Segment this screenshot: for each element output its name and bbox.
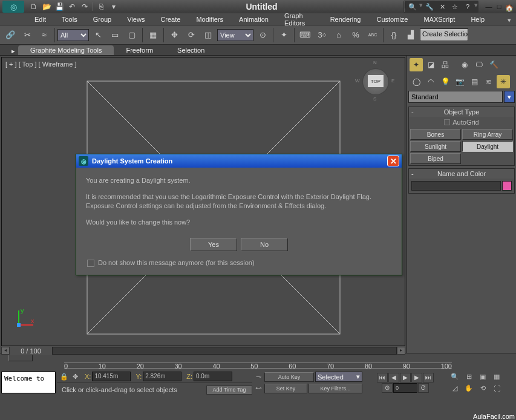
wrench-icon[interactable]: 🔧 — [423, 1, 436, 12]
ribbon-toggle-icon[interactable]: ▸ — [8, 47, 18, 55]
autogrid-checkbox[interactable]: AutoGrid — [409, 117, 514, 128]
vp-config-icon[interactable]: ▾ — [504, 15, 515, 25]
menu-views[interactable]: Views — [126, 15, 146, 24]
ringarray-button[interactable]: Ring Array — [462, 129, 513, 140]
utilities-tab-icon[interactable]: 🔨 — [487, 58, 500, 71]
motion-tab-icon[interactable]: ◉ — [458, 58, 471, 71]
y-field[interactable]: 2.826m — [143, 372, 181, 381]
x-field[interactable]: 10.415m — [92, 372, 131, 381]
move-icon[interactable]: ✥ — [166, 27, 182, 43]
create-tab-icon[interactable]: ✦ — [410, 58, 423, 71]
keyboard-shortcut-icon[interactable]: ⌨ — [297, 27, 313, 43]
zoom-all-icon[interactable]: ⊞ — [462, 372, 475, 382]
dontshow-checkbox[interactable] — [87, 260, 94, 267]
hierarchy-tab-icon[interactable]: 品 — [439, 58, 452, 71]
menu-animation[interactable]: Animation — [238, 15, 270, 24]
qat-drop-icon[interactable]: ▾ — [108, 1, 120, 12]
category-dropdown[interactable]: Standard — [408, 91, 503, 103]
bones-button[interactable]: Bones — [410, 129, 461, 140]
key-mode-icon[interactable]: ⊙ — [382, 383, 393, 393]
prev-frame-icon[interactable]: ◀ — [388, 373, 399, 382]
menu-group[interactable]: Group — [92, 15, 113, 24]
anim-key-icon[interactable]: ⊸ — [253, 372, 263, 382]
scroll-left-icon[interactable]: ◂ — [1, 347, 10, 355]
zoom-ext-icon[interactable]: ▣ — [476, 372, 489, 382]
unlink-icon[interactable]: ✂ — [19, 27, 35, 43]
window-crossing-icon[interactable]: ▦ — [145, 27, 161, 43]
scroll-track[interactable] — [52, 347, 397, 355]
exchange-icon[interactable]: ✕ — [436, 1, 448, 12]
display-tab-icon[interactable]: 🖵 — [472, 58, 486, 71]
keyfilters-button[interactable]: Key Filters... — [309, 384, 362, 393]
no-button[interactable]: No — [241, 238, 288, 251]
menu-maxscript[interactable]: MAXScript — [422, 15, 456, 24]
snap-toggle-icon[interactable]: 3◇ — [314, 27, 330, 43]
autokey-button[interactable]: Auto Key — [264, 372, 314, 382]
daylight-button[interactable]: Daylight — [462, 141, 513, 152]
add-time-tag-button[interactable]: Add Time Tag — [206, 386, 252, 395]
setkey-button[interactable]: Set Key — [264, 384, 307, 393]
undo-icon[interactable]: ↶ — [66, 1, 78, 12]
color-swatch[interactable] — [502, 181, 512, 191]
select-link-icon[interactable]: 🔗 — [2, 27, 18, 43]
named-selection-field[interactable]: Create Selection S — [420, 28, 468, 41]
star-icon[interactable]: ☆ — [449, 1, 461, 12]
menu-customize[interactable]: Customize — [375, 15, 409, 24]
checkbox-icon[interactable] — [444, 119, 450, 125]
viewport-label[interactable]: [ + ] [ Top ] [ Wireframe ] — [5, 61, 76, 68]
rotate-icon[interactable]: ⟳ — [183, 27, 199, 43]
minimize-button[interactable]: — — [485, 3, 493, 11]
time-scrollbar[interactable]: ◂ 0 / 100 ▸ — [1, 346, 405, 355]
helpers-icon[interactable]: ▤ — [468, 75, 481, 88]
zoom-icon[interactable]: 🔍 — [448, 372, 462, 382]
home-icon[interactable]: 🏠 — [504, 2, 515, 13]
biped-button[interactable]: Biped — [410, 153, 461, 164]
z-field[interactable]: 0.0m — [194, 372, 232, 381]
viewcube[interactable]: TOP N E S W — [355, 61, 396, 102]
lock-icon[interactable]: 🔒 — [59, 372, 69, 381]
menu-create[interactable]: Create — [159, 15, 181, 24]
current-frame-field[interactable]: 0 — [393, 383, 417, 393]
shapes-icon[interactable]: ◠ — [424, 75, 437, 88]
selection-filter[interactable]: All — [57, 29, 89, 41]
orbit-icon[interactable]: ⟲ — [476, 383, 489, 394]
object-name-input[interactable] — [411, 181, 501, 191]
select-object-icon[interactable]: ↖ — [90, 27, 106, 43]
maximize-button[interactable]: □ — [495, 3, 503, 11]
tab-selection[interactable]: Selection — [165, 45, 217, 55]
ref-coord-system[interactable]: View — [217, 29, 253, 41]
percent-snap-icon[interactable]: % — [348, 27, 364, 43]
spinner-snap-icon[interactable]: ABC — [365, 27, 380, 43]
named-sel-icon[interactable]: {} — [386, 27, 402, 43]
pivot-icon[interactable]: ⊙ — [255, 27, 270, 43]
menu-modifiers[interactable]: Modifiers — [195, 15, 224, 24]
transform-typein-icon[interactable]: ✥ — [70, 372, 80, 381]
redo-icon[interactable]: ↷ — [79, 1, 91, 12]
menu-tools[interactable]: Tools — [60, 15, 79, 24]
goto-start-icon[interactable]: ⏮ — [377, 373, 388, 382]
bind-spacewarp-icon[interactable]: ≈ — [36, 27, 52, 43]
lights-icon[interactable]: 💡 — [439, 75, 452, 88]
dropdown-arrow-icon[interactable]: ▾ — [504, 91, 515, 103]
fov-icon[interactable]: ◿ — [448, 383, 462, 394]
angle-snap-icon[interactable]: ⌂ — [331, 27, 347, 43]
tab-freeform[interactable]: Freeform — [114, 45, 165, 55]
geometry-icon[interactable]: ◯ — [410, 75, 423, 88]
menu-rendering[interactable]: Rendering — [329, 15, 362, 24]
maxtoggle-icon[interactable]: ⛶ — [490, 383, 503, 394]
spacewarps-icon[interactable]: ≋ — [482, 75, 495, 88]
pan-icon[interactable]: ✋ — [462, 383, 475, 394]
app-icon[interactable]: ◎ — [2, 1, 24, 13]
new-icon[interactable]: 🗋 — [28, 1, 40, 12]
zoom-ext-all-icon[interactable]: ▦ — [490, 372, 503, 382]
yes-button[interactable]: Yes — [190, 238, 237, 251]
menu-edit[interactable]: Edit — [33, 15, 47, 24]
cameras-icon[interactable]: 📷 — [453, 75, 466, 88]
select-region-icon[interactable]: ▢ — [124, 27, 140, 43]
maxscript-listener[interactable]: Welcome to — [1, 372, 56, 393]
goto-end-icon[interactable]: ⏭ — [423, 373, 434, 382]
save-icon[interactable]: 💾 — [53, 1, 65, 12]
select-name-icon[interactable]: ▭ — [107, 27, 123, 43]
tab-graphite[interactable]: Graphite Modeling Tools — [18, 45, 114, 55]
menu-grapheditors[interactable]: Graph Editors — [283, 11, 316, 28]
